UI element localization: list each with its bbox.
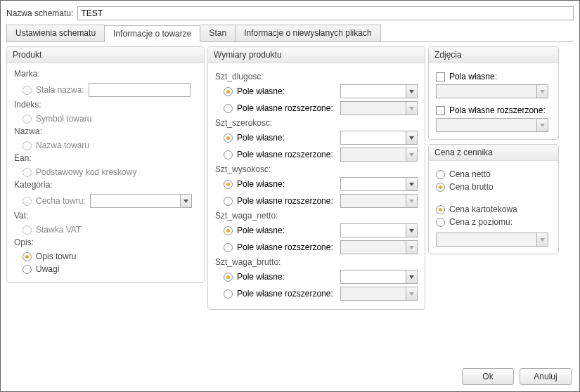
schema-name-label: Nazwa schematu:: [6, 8, 73, 18]
nazwa-option-label: Nazwa towaru: [36, 141, 89, 150]
pole-wlasne-radio[interactable]: [224, 273, 233, 282]
ean-option-label: Podstawowy kod kreskowy: [36, 167, 136, 177]
pole-rozszerzone-label: Pole własne rozszerzone:: [237, 242, 333, 252]
cena-netto-radio[interactable]: [436, 170, 445, 179]
cena-brutto-label: Cena brutto: [449, 182, 494, 192]
tab-niewyslane-pliki[interactable]: Informacje o niewysłanych plikach: [236, 25, 380, 41]
group-title: Wymiary produktu: [208, 47, 425, 63]
kategoria-label: Kategoria:: [14, 180, 197, 190]
group-produkt: Produkt Marka: Stała nazwa: Indeks: Symb…: [6, 46, 205, 283]
pola-rozszerzone-label: Pola własne rozszerzone:: [449, 105, 546, 115]
ok-button[interactable]: Ok: [462, 368, 514, 385]
group-zdjecia: Zdjęcia Pola własne: Pola własne rozszer…: [428, 46, 559, 140]
cena-z-poziomu-label: Cena z poziomu:: [449, 217, 513, 227]
pola-wlasne-label: Pola własne:: [449, 72, 497, 81]
pole-rozszerzone-radio[interactable]: [224, 197, 233, 206]
pole-rozszerzone-dropdown[interactable]: [340, 240, 418, 254]
chevron-down-icon: [409, 200, 414, 203]
pole-wlasne-label: Pole własne:: [237, 226, 285, 235]
uwagi-label: Uwagi: [36, 264, 59, 274]
group-wymiary: Wymiary produktu Szt_dlugosc:Pole własne…: [207, 46, 425, 310]
pole-rozszerzone-radio[interactable]: [224, 104, 233, 113]
pole-rozszerzone-dropdown[interactable]: [340, 287, 418, 301]
cena-z-poziomu-dropdown[interactable]: [436, 233, 548, 247]
dim-label: Szt_waga_netto:: [215, 211, 418, 221]
pole-wlasne-radio[interactable]: [224, 133, 233, 143]
cena-netto-label: Cena netto: [449, 169, 491, 179]
kategoria-option-label: Cecha towru:: [36, 196, 86, 206]
pole-wlasne-label: Pole własne:: [237, 179, 285, 189]
ean-label: Ean:: [14, 153, 197, 163]
chevron-down-icon: [409, 153, 414, 157]
pola-rozszerzone-checkbox[interactable]: [436, 106, 445, 115]
pole-wlasne-dropdown[interactable]: [340, 131, 418, 145]
pole-rozszerzone-radio[interactable]: [224, 243, 233, 252]
tab-stan[interactable]: Stan: [200, 25, 236, 41]
indeks-radio[interactable]: [22, 115, 32, 124]
marka-stala-radio[interactable]: [22, 86, 32, 95]
chevron-down-icon: [409, 246, 414, 249]
opis-label: Opis:: [14, 237, 197, 247]
pole-rozszerzone-dropdown[interactable]: [340, 194, 418, 208]
tab-informacje-o-towarze[interactable]: Informacje o towarze: [105, 25, 200, 42]
cancel-button[interactable]: Anuluj: [520, 368, 572, 385]
pole-rozszerzone-label: Pole własne rozszerzone:: [237, 103, 333, 113]
pole-rozszerzone-dropdown[interactable]: [340, 148, 418, 162]
vat-label: Vat:: [14, 211, 197, 221]
dim-label: Szt_wysokosc:: [215, 164, 418, 174]
cena-brutto-radio[interactable]: [436, 183, 445, 192]
nazwa-radio[interactable]: [22, 141, 32, 150]
indeks-label: Indeks:: [14, 100, 197, 110]
schema-name-input[interactable]: [77, 6, 574, 20]
cena-kartotekowa-radio[interactable]: [436, 205, 445, 214]
indeks-option-label: Symbol towaru: [36, 114, 91, 124]
kategoria-radio[interactable]: [22, 197, 32, 206]
group-title: Produkt: [7, 47, 204, 63]
chevron-down-icon: [183, 200, 188, 203]
marka-stala-label: Stała nazwa:: [36, 85, 84, 95]
pole-wlasne-dropdown[interactable]: [340, 223, 418, 237]
opis-towru-radio[interactable]: [22, 252, 32, 261]
tab-ustawienia[interactable]: Ustawienia schematu: [6, 25, 105, 41]
pole-wlasne-dropdown[interactable]: [340, 177, 418, 191]
pola-wlasne-dropdown[interactable]: [436, 84, 548, 98]
chevron-down-icon: [409, 136, 414, 140]
pole-rozszerzone-dropdown[interactable]: [340, 101, 418, 115]
pole-wlasne-radio[interactable]: [224, 226, 233, 235]
pola-rozszerzone-dropdown[interactable]: [436, 118, 548, 132]
kategoria-dropdown[interactable]: [90, 194, 192, 208]
pole-wlasne-label: Pole własne:: [237, 86, 285, 96]
pole-wlasne-label: Pole własne:: [237, 272, 285, 282]
chevron-down-icon: [409, 90, 414, 93]
cena-z-poziomu-radio[interactable]: [436, 218, 445, 227]
chevron-down-icon: [409, 275, 414, 279]
pole-wlasne-dropdown[interactable]: [340, 270, 418, 284]
tab-bar: Ustawienia schematu Informacje o towarze…: [6, 25, 574, 42]
ean-radio[interactable]: [22, 168, 32, 177]
group-cena: Cena z cennika Cena netto Cena brutto Ce…: [428, 144, 559, 254]
chevron-down-icon: [409, 183, 414, 186]
chevron-down-icon: [540, 238, 545, 242]
pole-rozszerzone-label: Pole własne rozszerzone:: [237, 289, 333, 299]
opis-towru-label: Opis towru: [36, 251, 76, 261]
marka-label: Marka:: [14, 69, 197, 79]
pole-wlasne-dropdown[interactable]: [340, 84, 418, 98]
nazwa-label: Nazwa:: [14, 126, 197, 136]
dim-label: Szt_szerokosc:: [215, 118, 418, 128]
chevron-down-icon: [409, 107, 414, 110]
pole-wlasne-radio[interactable]: [224, 87, 233, 96]
vat-radio[interactable]: [22, 226, 32, 235]
pole-rozszerzone-radio[interactable]: [224, 289, 233, 299]
pole-rozszerzone-label: Pole własne rozszerzone:: [237, 196, 333, 206]
cena-kartotekowa-label: Cena kartotekowa: [449, 204, 517, 214]
chevron-down-icon: [409, 292, 414, 296]
uwagi-radio[interactable]: [22, 265, 32, 274]
vat-option-label: Stawka VAT: [36, 225, 81, 235]
pole-rozszerzone-label: Pole własne rozszerzone:: [237, 150, 333, 159]
chevron-down-icon: [540, 124, 545, 127]
pola-wlasne-checkbox[interactable]: [436, 72, 445, 81]
pole-rozszerzone-radio[interactable]: [224, 150, 233, 159]
chevron-down-icon: [540, 90, 545, 93]
marka-stala-input[interactable]: [89, 83, 191, 97]
pole-wlasne-radio[interactable]: [224, 180, 233, 189]
